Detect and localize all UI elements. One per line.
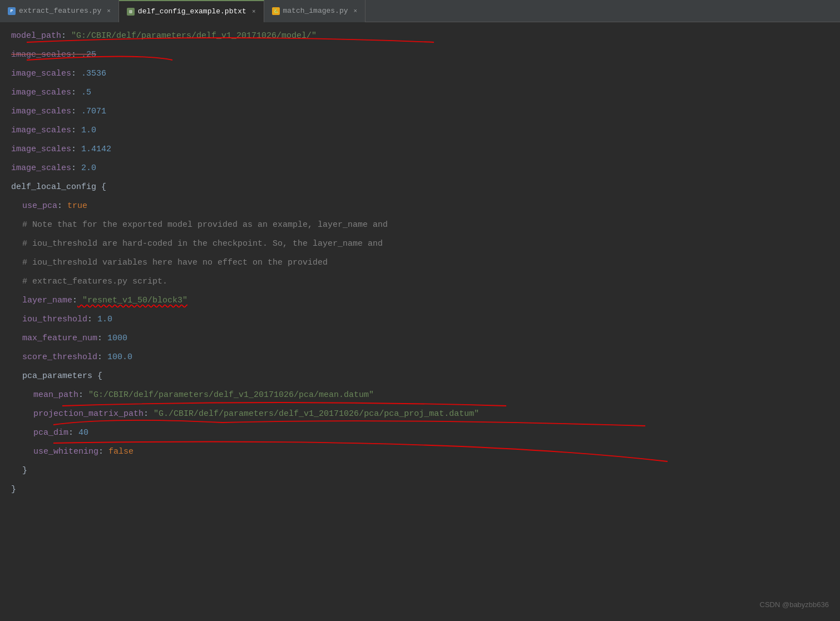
code-line: pca_parameters { — [0, 367, 840, 386]
code-line: } — [0, 461, 840, 480]
code-line: image_scales: .25 — [0, 46, 840, 64]
code-line: layer_name: "resnet_v1_50/block3" — [0, 291, 840, 310]
tab-bar: P extract_features.py × ▤ delf_config_ex… — [0, 0, 840, 22]
tab-label-delf: delf_config_example.pbtxt — [138, 7, 246, 16]
code-line: projection_matrix_path: "G./CBIR/delf/pa… — [0, 405, 840, 424]
code-line: max_feature_num: 1000 — [0, 329, 840, 348]
code-line: image_scales: 2.0 — [0, 159, 840, 178]
code-line: use_pca: true — [0, 197, 840, 216]
watermark: CSDN @babyzbb636 — [760, 595, 829, 614]
code-line: image_scales: 1.4142 — [0, 140, 840, 159]
code-line: mean_path: "G:/CBIR/delf/parameters/delf… — [0, 386, 840, 405]
tab-icon-py2: 🐍 — [272, 7, 280, 15]
code-line: delf_local_config { — [0, 178, 840, 197]
tab-icon-pb: ▤ — [127, 8, 135, 16]
tab-label-extract: extract_features.py — [19, 7, 101, 15]
tab-close-match[interactable]: × — [354, 8, 358, 14]
code-line: image_scales: 1.0 — [0, 121, 840, 140]
tab-match-images[interactable]: 🐍 match_images.py × — [264, 0, 366, 22]
code-line: score_threshold: 100.0 — [0, 348, 840, 367]
code-line: } — [0, 480, 840, 499]
tab-delf-config[interactable]: ▤ delf_config_example.pbtxt × — [119, 0, 264, 22]
code-line: pca_dim: 40 — [0, 424, 840, 443]
tab-extract-features[interactable]: P extract_features.py × — [0, 0, 119, 22]
code-line: # extract_features.py script. — [0, 272, 840, 291]
code-line: image_scales: .7071 — [0, 102, 840, 121]
tab-close-extract[interactable]: × — [107, 8, 111, 14]
code-line: use_whitening: false — [0, 443, 840, 461]
code-line: # iou_threshold variables here have no e… — [0, 254, 840, 272]
code-line: image_scales: .3536 — [0, 64, 840, 83]
code-line: iou_threshold: 1.0 — [0, 310, 840, 329]
tab-close-delf[interactable]: × — [252, 8, 256, 15]
tab-label-match: match_images.py — [283, 7, 348, 15]
tab-icon-py: P — [8, 7, 16, 15]
code-line: # Note that for the exported model provi… — [0, 216, 840, 235]
code-line: model_path: "G:/CBIR/delf/parameters/del… — [0, 27, 840, 46]
code-area: model_path: "G:/CBIR/delf/parameters/del… — [0, 22, 840, 621]
code-line: # iou_threshold are hard-coded in the ch… — [0, 235, 840, 254]
code-line: image_scales: .5 — [0, 83, 840, 102]
